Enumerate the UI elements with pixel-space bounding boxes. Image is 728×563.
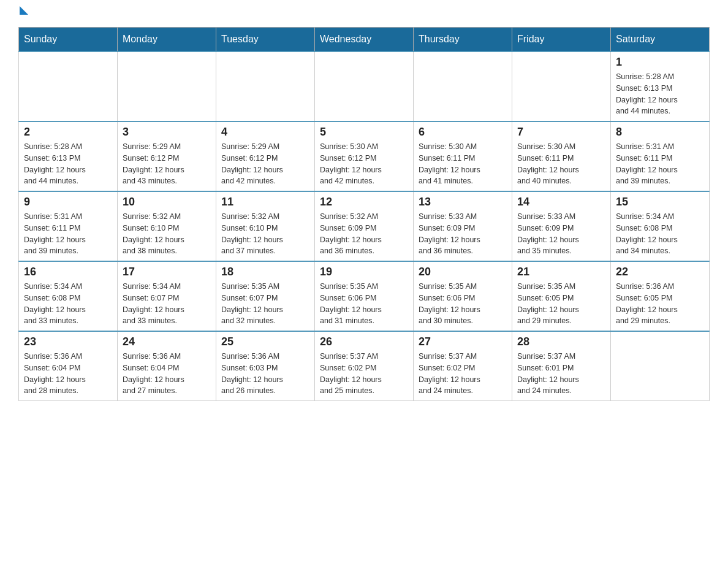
day-number: 9 <box>24 196 112 209</box>
day-info: Sunrise: 5:36 AM Sunset: 6:04 PM Dayligh… <box>123 351 211 397</box>
day-number: 21 <box>517 266 605 278</box>
day-number: 26 <box>320 335 408 348</box>
day-info: Sunrise: 5:34 AM Sunset: 6:08 PM Dayligh… <box>24 281 112 327</box>
day-number: 3 <box>123 126 211 139</box>
day-number: 19 <box>320 266 408 278</box>
calendar-day-cell: 9Sunrise: 5:31 AM Sunset: 6:11 PM Daylig… <box>19 191 118 261</box>
day-info: Sunrise: 5:35 AM Sunset: 6:07 PM Dayligh… <box>221 281 309 327</box>
day-info: Sunrise: 5:29 AM Sunset: 6:12 PM Dayligh… <box>221 141 309 187</box>
day-number: 6 <box>419 126 507 139</box>
day-info: Sunrise: 5:32 AM Sunset: 6:10 PM Dayligh… <box>123 211 211 257</box>
day-number: 25 <box>221 335 309 348</box>
calendar-day-cell: 1Sunrise: 5:28 AM Sunset: 6:13 PM Daylig… <box>611 52 710 121</box>
day-info: Sunrise: 5:33 AM Sunset: 6:09 PM Dayligh… <box>517 211 605 257</box>
day-number: 13 <box>419 196 507 209</box>
calendar-day-cell <box>512 52 611 121</box>
day-info: Sunrise: 5:29 AM Sunset: 6:12 PM Dayligh… <box>123 141 211 187</box>
calendar-day-cell: 15Sunrise: 5:34 AM Sunset: 6:08 PM Dayli… <box>611 191 710 261</box>
calendar-day-cell: 5Sunrise: 5:30 AM Sunset: 6:12 PM Daylig… <box>315 121 414 191</box>
day-info: Sunrise: 5:37 AM Sunset: 6:02 PM Dayligh… <box>419 351 507 397</box>
day-number: 28 <box>517 335 605 348</box>
calendar-day-cell: 27Sunrise: 5:37 AM Sunset: 6:02 PM Dayli… <box>414 331 512 401</box>
logo <box>18 12 28 15</box>
calendar-day-cell: 18Sunrise: 5:35 AM Sunset: 6:07 PM Dayli… <box>216 261 315 331</box>
day-header-sunday: Sunday <box>19 28 118 52</box>
calendar-day-cell <box>414 52 512 121</box>
calendar-day-cell: 19Sunrise: 5:35 AM Sunset: 6:06 PM Dayli… <box>315 261 414 331</box>
day-header-friday: Friday <box>512 28 611 52</box>
day-info: Sunrise: 5:34 AM Sunset: 6:07 PM Dayligh… <box>123 281 211 327</box>
day-info: Sunrise: 5:36 AM Sunset: 6:03 PM Dayligh… <box>221 351 309 397</box>
day-number: 1 <box>616 56 704 69</box>
day-info: Sunrise: 5:31 AM Sunset: 6:11 PM Dayligh… <box>24 211 112 257</box>
calendar-day-cell: 28Sunrise: 5:37 AM Sunset: 6:01 PM Dayli… <box>512 331 611 401</box>
calendar-day-cell: 26Sunrise: 5:37 AM Sunset: 6:02 PM Dayli… <box>315 331 414 401</box>
calendar-day-cell <box>315 52 414 121</box>
day-number: 14 <box>517 196 605 209</box>
calendar-day-cell: 17Sunrise: 5:34 AM Sunset: 6:07 PM Dayli… <box>118 261 216 331</box>
day-number: 16 <box>24 266 112 278</box>
day-info: Sunrise: 5:34 AM Sunset: 6:08 PM Dayligh… <box>616 211 704 257</box>
calendar-day-cell: 4Sunrise: 5:29 AM Sunset: 6:12 PM Daylig… <box>216 121 315 191</box>
calendar-day-cell <box>611 331 710 401</box>
day-number: 5 <box>320 126 408 139</box>
calendar-day-cell: 12Sunrise: 5:32 AM Sunset: 6:09 PM Dayli… <box>315 191 414 261</box>
calendar-week-row: 1Sunrise: 5:28 AM Sunset: 6:13 PM Daylig… <box>19 52 710 121</box>
day-info: Sunrise: 5:37 AM Sunset: 6:02 PM Dayligh… <box>320 351 408 397</box>
day-number: 12 <box>320 196 408 209</box>
calendar-day-cell <box>19 52 118 121</box>
calendar-table: SundayMondayTuesdayWednesdayThursdayFrid… <box>18 27 710 401</box>
calendar-day-cell: 10Sunrise: 5:32 AM Sunset: 6:10 PM Dayli… <box>118 191 216 261</box>
calendar-day-cell <box>216 52 315 121</box>
day-info: Sunrise: 5:36 AM Sunset: 6:04 PM Dayligh… <box>24 351 112 397</box>
day-number: 8 <box>616 126 704 139</box>
day-info: Sunrise: 5:36 AM Sunset: 6:05 PM Dayligh… <box>616 281 704 327</box>
day-info: Sunrise: 5:28 AM Sunset: 6:13 PM Dayligh… <box>24 141 112 187</box>
day-number: 20 <box>419 266 507 278</box>
calendar-day-cell: 24Sunrise: 5:36 AM Sunset: 6:04 PM Dayli… <box>118 331 216 401</box>
day-header-tuesday: Tuesday <box>216 28 315 52</box>
day-number: 27 <box>419 335 507 348</box>
day-number: 18 <box>221 266 309 278</box>
day-info: Sunrise: 5:32 AM Sunset: 6:09 PM Dayligh… <box>320 211 408 257</box>
day-info: Sunrise: 5:30 AM Sunset: 6:12 PM Dayligh… <box>320 141 408 187</box>
day-info: Sunrise: 5:32 AM Sunset: 6:10 PM Dayligh… <box>221 211 309 257</box>
day-info: Sunrise: 5:35 AM Sunset: 6:06 PM Dayligh… <box>320 281 408 327</box>
calendar-day-cell: 8Sunrise: 5:31 AM Sunset: 6:11 PM Daylig… <box>611 121 710 191</box>
day-number: 7 <box>517 126 605 139</box>
day-info: Sunrise: 5:33 AM Sunset: 6:09 PM Dayligh… <box>419 211 507 257</box>
day-number: 4 <box>221 126 309 139</box>
calendar-week-row: 23Sunrise: 5:36 AM Sunset: 6:04 PM Dayli… <box>19 331 710 401</box>
day-number: 15 <box>616 196 704 209</box>
calendar-week-row: 2Sunrise: 5:28 AM Sunset: 6:13 PM Daylig… <box>19 121 710 191</box>
logo-arrow-icon <box>20 6 28 15</box>
calendar-day-cell: 20Sunrise: 5:35 AM Sunset: 6:06 PM Dayli… <box>414 261 512 331</box>
calendar-day-cell <box>118 52 216 121</box>
calendar-day-cell: 21Sunrise: 5:35 AM Sunset: 6:05 PM Dayli… <box>512 261 611 331</box>
calendar-day-cell: 13Sunrise: 5:33 AM Sunset: 6:09 PM Dayli… <box>414 191 512 261</box>
day-info: Sunrise: 5:37 AM Sunset: 6:01 PM Dayligh… <box>517 351 605 397</box>
calendar-day-cell: 22Sunrise: 5:36 AM Sunset: 6:05 PM Dayli… <box>611 261 710 331</box>
calendar-day-cell: 7Sunrise: 5:30 AM Sunset: 6:11 PM Daylig… <box>512 121 611 191</box>
day-info: Sunrise: 5:30 AM Sunset: 6:11 PM Dayligh… <box>419 141 507 187</box>
calendar-day-cell: 25Sunrise: 5:36 AM Sunset: 6:03 PM Dayli… <box>216 331 315 401</box>
calendar-day-cell: 6Sunrise: 5:30 AM Sunset: 6:11 PM Daylig… <box>414 121 512 191</box>
day-number: 11 <box>221 196 309 209</box>
day-header-wednesday: Wednesday <box>315 28 414 52</box>
page-header <box>18 12 710 15</box>
day-number: 17 <box>123 266 211 278</box>
calendar-header-row: SundayMondayTuesdayWednesdayThursdayFrid… <box>19 28 710 52</box>
day-number: 23 <box>24 335 112 348</box>
calendar-day-cell: 3Sunrise: 5:29 AM Sunset: 6:12 PM Daylig… <box>118 121 216 191</box>
day-info: Sunrise: 5:28 AM Sunset: 6:13 PM Dayligh… <box>616 71 704 117</box>
day-number: 22 <box>616 266 704 278</box>
calendar-day-cell: 11Sunrise: 5:32 AM Sunset: 6:10 PM Dayli… <box>216 191 315 261</box>
day-info: Sunrise: 5:35 AM Sunset: 6:05 PM Dayligh… <box>517 281 605 327</box>
day-header-monday: Monday <box>118 28 216 52</box>
day-number: 24 <box>123 335 211 348</box>
calendar-day-cell: 23Sunrise: 5:36 AM Sunset: 6:04 PM Dayli… <box>19 331 118 401</box>
day-info: Sunrise: 5:31 AM Sunset: 6:11 PM Dayligh… <box>616 141 704 187</box>
calendar-week-row: 16Sunrise: 5:34 AM Sunset: 6:08 PM Dayli… <box>19 261 710 331</box>
day-info: Sunrise: 5:30 AM Sunset: 6:11 PM Dayligh… <box>517 141 605 187</box>
day-number: 10 <box>123 196 211 209</box>
